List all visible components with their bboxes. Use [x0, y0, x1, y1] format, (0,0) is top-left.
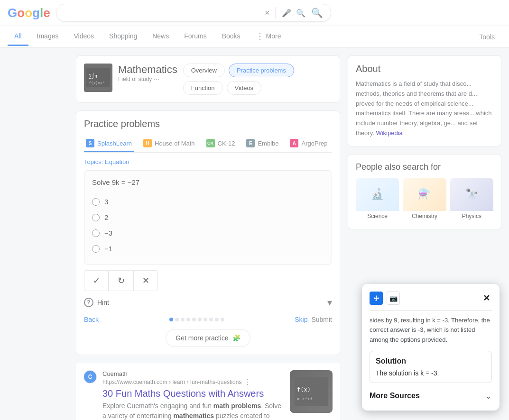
tab-videos[interactable]: Videos — [67, 27, 101, 46]
tab-shopping[interactable]: Shopping — [102, 27, 144, 46]
overlay-header: 📷 ✕ — [370, 292, 492, 305]
topics-value[interactable]: Equation — [105, 158, 129, 165]
more-icon: ⋮ — [256, 31, 264, 41]
solution-overlay: 📷 ✕ sides by 9, resulting in k = -3. The… — [362, 284, 500, 411]
dot-1 — [169, 318, 173, 321]
move-svg — [372, 294, 380, 302]
dot-8 — [209, 318, 213, 321]
voice-icon[interactable]: 🎤 — [282, 9, 291, 18]
option-row-1[interactable]: 3 — [92, 194, 324, 210]
google-logo[interactable]: Google — [8, 6, 50, 20]
option-row-3[interactable]: −3 — [92, 225, 324, 241]
hint-expand-icon[interactable]: ▾ — [327, 297, 332, 308]
tab-news[interactable]: News — [146, 27, 176, 46]
knowledge-tab-overview[interactable]: Overview — [183, 64, 225, 77]
dot-9 — [215, 318, 219, 321]
hint-label: Hint — [97, 299, 324, 306]
skip-button[interactable]: Skip — [295, 316, 307, 323]
close-button[interactable]: ✕ — [133, 270, 158, 291]
search-bar: math questions × 🎤 🔍 🔍 — [56, 4, 331, 22]
about-box: About Mathematics is a field of study th… — [348, 55, 501, 146]
get-more-icon: 🧩 — [232, 334, 241, 342]
clear-icon[interactable]: × — [265, 8, 270, 18]
tab-forums[interactable]: Forums — [177, 27, 213, 46]
also-search-box: People also search for 🔬 Science ⚗️ — [348, 154, 501, 229]
tab-all[interactable]: All — [8, 27, 28, 46]
tab-books[interactable]: Books — [215, 27, 247, 46]
also-search-item-chemistry[interactable]: ⚗️ Chemistry — [403, 178, 446, 221]
dot-10 — [221, 318, 224, 321]
also-search-item-science[interactable]: 🔬 Science — [356, 178, 399, 221]
science-label: Science — [356, 211, 399, 221]
argoprep-label: ArgoPrep — [301, 140, 327, 147]
back-button[interactable]: Back — [84, 316, 99, 323]
also-search-grid: 🔬 Science ⚗️ Chemistry — [356, 178, 493, 221]
source-tab-splashlearn[interactable]: S SplashLearn — [84, 135, 134, 152]
ck12-label: CK-12 — [218, 140, 235, 147]
hint-row: ? Hint ▾ — [84, 297, 332, 308]
get-more-label: Get more practice — [176, 334, 228, 342]
svg-text:f(x)=x²: f(x)=x² — [89, 81, 105, 85]
nav-row: Back Skip Submit — [84, 316, 332, 323]
source-tab-houseofmath[interactable]: H House of Math — [141, 135, 197, 152]
knowledge-tab-videos[interactable]: Videos — [227, 81, 262, 95]
check-button[interactable]: ✓ — [84, 270, 109, 291]
favicon-text: C — [88, 374, 93, 380]
svg-text:f(x): f(x) — [297, 386, 311, 393]
tab-more[interactable]: ⋮ More — [249, 26, 288, 47]
header: Google math questions × 🎤 🔍 🔍 — [0, 0, 509, 26]
embibe-label: Embibe — [258, 140, 278, 147]
search-input[interactable]: math questions — [64, 9, 265, 17]
wikipedia-link[interactable]: Wikipedia — [376, 129, 402, 137]
option-radio-1[interactable] — [92, 198, 100, 206]
question-card: Solve 9k = −27 3 2 −3 −1 — [84, 170, 332, 265]
option-row-2[interactable]: 2 — [92, 210, 324, 225]
overlay-close-button[interactable]: ✕ — [481, 292, 492, 304]
overlay-body-text: sides by 9, resulting in k = -3. Therefo… — [370, 310, 492, 345]
chemistry-visual: ⚗️ — [403, 178, 446, 211]
knowledge-tab-practice[interactable]: Practice problems — [229, 64, 294, 77]
physics-visual: 🔭 — [450, 178, 493, 211]
close-x-icon: ✕ — [483, 293, 490, 303]
result-url-row: https://www.cuemath.com › learn › fun-ma… — [102, 377, 284, 386]
more-sources-row[interactable]: More Sources ⌄ — [370, 389, 492, 403]
refresh-button[interactable]: ↻ — [109, 270, 133, 291]
result-title[interactable]: 30 Fun Maths Questions with Answers — [102, 388, 284, 399]
more-sources-chevron-icon: ⌄ — [485, 391, 492, 401]
solution-text: The solution is k = -3. — [376, 369, 486, 377]
tools-tab[interactable]: Tools — [472, 28, 501, 46]
source-tab-embibe[interactable]: E Embibe — [244, 135, 280, 152]
knowledge-tabs: Overview Practice problems Function Vide… — [183, 64, 332, 95]
option-radio-2[interactable] — [92, 214, 100, 221]
source-tab-ck12[interactable]: CK CK-12 — [204, 135, 237, 152]
option-radio-4[interactable] — [92, 245, 100, 253]
tab-images[interactable]: Images — [30, 27, 65, 46]
drag-icon[interactable] — [370, 292, 383, 305]
knowledge-info: Mathematics Field of study ⋯ — [118, 64, 177, 82]
practice-section: Practice problems S SplashLearn H House … — [76, 110, 340, 355]
result-thumb: f(x) = x²+3 — [290, 370, 333, 413]
snippet-bold-1: math problems — [213, 402, 261, 410]
knowledge-more-icon[interactable]: ⋯ — [154, 76, 159, 82]
source-tab-argoprep[interactable]: A ArgoPrep — [288, 135, 329, 152]
search-submit-icon[interactable]: 🔍 — [311, 7, 323, 18]
about-text: Mathematics is a field of study that dis… — [356, 79, 493, 138]
cuemath-thumb-img: f(x) = x²+3 — [290, 370, 333, 413]
hint-icon: ? — [84, 298, 93, 307]
result-more-icon[interactable]: ⋮ — [243, 377, 251, 386]
also-search-item-physics[interactable]: 🔭 Physics — [450, 178, 493, 221]
get-more-button[interactable]: Get more practice 🧩 — [166, 329, 250, 347]
knowledge-title: Mathematics — [118, 64, 177, 76]
option-row-4[interactable]: −1 — [92, 241, 324, 256]
left-panel: ∑∫π f(x)=x² Mathematics Field of study ⋯… — [0, 55, 348, 420]
result-url: https://www.cuemath.com › learn › fun-ma… — [102, 379, 241, 385]
submit-button[interactable]: Submit — [311, 316, 332, 323]
camera-icon[interactable]: 📷 — [387, 292, 400, 305]
knowledge-tab-function[interactable]: Function — [183, 81, 223, 95]
option-radio-3[interactable] — [92, 229, 100, 237]
chemistry-label: Chemistry — [403, 211, 446, 221]
lens-icon[interactable]: 🔍 — [296, 9, 305, 18]
more-sources-label: More Sources — [370, 392, 420, 400]
splashlearn-icon: S — [86, 139, 94, 147]
result-favicon: C — [83, 370, 97, 383]
